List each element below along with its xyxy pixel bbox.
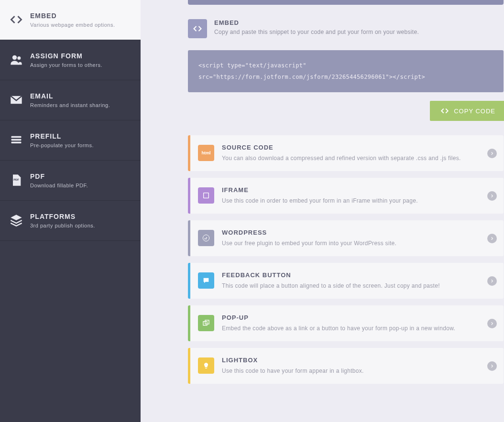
option-subtitle: Use our free plugin to embed your form i… bbox=[222, 239, 480, 248]
frame-icon bbox=[198, 187, 214, 204]
chevron-right-icon bbox=[487, 276, 497, 286]
sidebar-item-sub: Assign your forms to others. bbox=[30, 62, 102, 68]
sidebar-item-embed[interactable]: EMBED Various webpage embed options. bbox=[0, 0, 141, 40]
main-panel: EMBED Copy and paste this snippet to you… bbox=[141, 0, 504, 422]
option-subtitle: Use this code in order to embed your for… bbox=[222, 196, 480, 205]
option-lightbox[interactable]: LIGHTBOX Use this code to have your form… bbox=[188, 348, 504, 384]
chevron-right-icon bbox=[487, 234, 497, 243]
wordpress-icon bbox=[198, 230, 214, 246]
sidebar-item-prefill[interactable]: PREFILL Pre-populate your forms. bbox=[0, 120, 141, 161]
option-title: FEEDBACK BUTTON bbox=[222, 271, 480, 279]
option-title: POP-UP bbox=[222, 314, 480, 321]
sidebar-item-sub: Reminders and instant sharing. bbox=[30, 102, 110, 108]
option-stripe bbox=[188, 178, 190, 214]
layers-icon bbox=[10, 214, 23, 227]
users-icon bbox=[10, 53, 23, 66]
envelope-icon bbox=[10, 93, 23, 107]
option-stripe bbox=[188, 135, 190, 171]
option-subtitle: Embed the code above as a link or a butt… bbox=[222, 324, 480, 333]
sidebar: EMBED Various webpage embed options. ASS… bbox=[0, 0, 141, 422]
chevron-right-icon bbox=[487, 361, 497, 371]
embed-code-box[interactable]: <script type="text/javascript" src="http… bbox=[188, 50, 504, 92]
option-stripe bbox=[188, 220, 190, 256]
embed-subtitle: Copy and paste this snippet to your code… bbox=[214, 29, 419, 35]
option-stripe bbox=[188, 263, 190, 299]
popup-icon bbox=[198, 315, 214, 331]
svg-rect-4 bbox=[11, 142, 22, 144]
sidebar-item-label: ASSIGN FORM bbox=[30, 52, 102, 60]
sidebar-item-pdf[interactable]: PDF PDF Download fillable PDF. bbox=[0, 161, 141, 201]
option-title: SOURCE CODE bbox=[222, 144, 480, 151]
svg-point-1 bbox=[17, 56, 21, 60]
stack-icon bbox=[10, 133, 23, 147]
option-wordpress[interactable]: WORDPRESS Use our free plugin to embed y… bbox=[188, 220, 504, 256]
svg-rect-3 bbox=[11, 139, 22, 141]
sidebar-item-sub: Various webpage embed options. bbox=[30, 22, 115, 28]
copy-code-label: COPY CODE bbox=[454, 108, 495, 115]
chevron-right-icon bbox=[487, 319, 497, 328]
option-feedback-button[interactable]: FEEDBACK BUTTON This code will place a b… bbox=[188, 263, 504, 299]
option-subtitle: You can also download a compressed and r… bbox=[222, 154, 480, 162]
svg-text:PDF: PDF bbox=[13, 178, 19, 181]
sidebar-item-sub: Download fillable PDF. bbox=[30, 183, 88, 188]
chevron-right-icon bbox=[487, 149, 497, 158]
option-title: IFRAME bbox=[222, 186, 480, 194]
sidebar-item-label: PREFILL bbox=[30, 132, 94, 140]
option-stripe bbox=[188, 305, 190, 341]
chevron-right-icon bbox=[487, 191, 497, 201]
sidebar-item-assign-form[interactable]: ASSIGN FORM Assign your forms to others. bbox=[0, 40, 141, 80]
option-subtitle: This code will place a button aligned to… bbox=[222, 281, 480, 290]
sidebar-item-platforms[interactable]: PLATFORMS 3rd party publish options. bbox=[0, 201, 141, 241]
svg-point-0 bbox=[12, 55, 17, 60]
copy-code-button[interactable]: COPY CODE bbox=[430, 101, 504, 121]
sidebar-item-label: EMAIL bbox=[30, 92, 110, 100]
chat-icon bbox=[198, 272, 214, 289]
bulb-icon bbox=[198, 357, 214, 374]
option-source-code[interactable]: html SOURCE CODE You can also download a… bbox=[188, 135, 504, 171]
code-icon bbox=[440, 107, 449, 115]
html-icon: html bbox=[198, 145, 214, 161]
pdf-icon: PDF bbox=[10, 173, 23, 187]
sidebar-item-sub: 3rd party publish options. bbox=[30, 223, 95, 228]
option-title: WORDPRESS bbox=[222, 229, 480, 236]
sidebar-item-label: PDF bbox=[30, 173, 88, 180]
sidebar-item-label: PLATFORMS bbox=[30, 213, 95, 220]
code-icon bbox=[10, 13, 23, 26]
sidebar-item-email[interactable]: EMAIL Reminders and instant sharing. bbox=[0, 80, 141, 120]
sidebar-item-sub: Pre-populate your forms. bbox=[30, 142, 94, 148]
sidebar-item-label: EMBED bbox=[30, 12, 115, 20]
embed-title: EMBED bbox=[214, 19, 419, 26]
option-stripe bbox=[188, 348, 190, 384]
sidebar-filler bbox=[0, 241, 141, 422]
option-pop-up[interactable]: POP-UP Embed the code above as a link or… bbox=[188, 305, 504, 341]
code-icon bbox=[188, 19, 207, 38]
top-strip bbox=[188, 0, 504, 5]
svg-rect-2 bbox=[11, 136, 22, 138]
option-title: LIGHTBOX bbox=[222, 357, 480, 364]
option-subtitle: Use this code to have your form appear i… bbox=[222, 367, 480, 375]
svg-rect-6 bbox=[204, 193, 209, 198]
embed-header: EMBED Copy and paste this snippet to you… bbox=[188, 19, 504, 38]
option-iframe[interactable]: IFRAME Use this code in order to embed y… bbox=[188, 178, 504, 214]
